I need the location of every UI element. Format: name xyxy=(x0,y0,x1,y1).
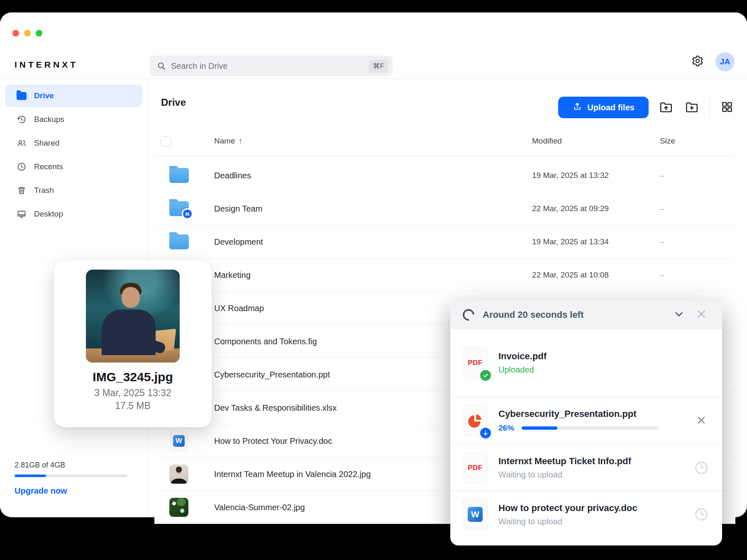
preview-size: 17.5 MB xyxy=(54,400,212,411)
sidebar-item-shared[interactable]: Shared xyxy=(5,132,142,154)
upload-item-meetup-ticket: PDF Internxt Meetup Ticket Info.pdf Wait… xyxy=(450,445,722,491)
pdf-file-icon: PDF xyxy=(463,348,488,378)
upload-item-privacy-doc: W How to protect your privacy.doc Waitin… xyxy=(450,491,722,538)
storage-widget: 2.81GB of 4GB Upgrade now xyxy=(15,461,133,496)
column-header-name[interactable]: Name↑ xyxy=(214,136,242,146)
sidebar-item-recents[interactable]: Recents xyxy=(5,156,142,178)
column-header-modified: Modified xyxy=(532,136,562,146)
sidebar-item-drive[interactable]: Drive xyxy=(5,85,142,107)
storage-progress-track xyxy=(15,475,127,477)
select-all-checkbox[interactable] xyxy=(160,136,171,147)
upload-progress-panel: Around 20 seconds left PDF xyxy=(450,301,722,545)
user-avatar[interactable]: JA xyxy=(715,52,735,71)
folder-upload-icon xyxy=(659,100,673,115)
word-file-icon: W xyxy=(463,499,488,530)
spinner-icon xyxy=(460,307,476,323)
upload-progress-track xyxy=(522,426,659,430)
table-row-deadlines[interactable]: Deadlines 19 Mar, 2025 at 13:32 – xyxy=(154,159,735,192)
sidebar-item-backups[interactable]: Backups xyxy=(5,108,142,131)
settings-button[interactable] xyxy=(691,55,705,69)
drive-folder-icon xyxy=(17,91,27,101)
chevron-down-icon xyxy=(673,308,685,321)
gear-icon xyxy=(691,55,704,69)
waiting-clock-icon xyxy=(693,506,710,523)
upload-folder-button[interactable] xyxy=(658,99,674,116)
upload-status-label: Waiting to upload xyxy=(498,470,689,480)
storage-usage-label: 2.81GB of 4GB xyxy=(15,461,133,470)
upgrade-now-link[interactable]: Upgrade now xyxy=(15,486,133,496)
preview-photo xyxy=(86,270,180,363)
maximize-window-button[interactable] xyxy=(36,30,42,37)
grid-view-icon xyxy=(720,100,734,115)
app-window: INTERNXT Search in Drive ⌘F JA xyxy=(0,12,747,517)
history-icon xyxy=(17,114,27,124)
photo-thumbnail xyxy=(169,498,188,517)
search-input[interactable]: Search in Drive ⌘F xyxy=(149,56,393,76)
search-icon xyxy=(157,61,166,71)
storage-progress-fill xyxy=(15,475,46,477)
preview-filename: IMG_3245.jpg xyxy=(54,370,212,384)
search-shortcut-badge: ⌘F xyxy=(369,59,388,73)
upload-status-label: Uploaded xyxy=(498,365,710,375)
upload-progress-percent: 26% xyxy=(498,424,514,433)
ppt-file-icon xyxy=(463,405,488,436)
upload-item-cybersecurity: Cybersecurity_Presentation.ppt 26% xyxy=(450,397,722,445)
pdf-file-icon: PDF xyxy=(463,453,488,483)
close-window-button[interactable] xyxy=(12,30,19,37)
waiting-clock-icon xyxy=(693,460,710,476)
folder-plus-icon xyxy=(685,100,699,115)
shared-users-badge-icon xyxy=(182,208,193,219)
upload-time-remaining: Around 20 seconds left xyxy=(483,309,665,320)
table-header: Name↑ Modified Size xyxy=(154,129,735,155)
upload-files-button[interactable]: Upload files xyxy=(558,97,649,118)
shared-folder-icon xyxy=(169,201,189,216)
page-title: Drive xyxy=(161,97,186,108)
table-header-divider xyxy=(154,156,735,156)
sidebar-item-trash[interactable]: Trash xyxy=(5,179,142,202)
table-row-design-team[interactable]: Design Team 22 Mar, 2025 at 09:29 – xyxy=(154,192,735,225)
uploaded-check-icon xyxy=(479,369,492,382)
desktop-background: INTERNXT Search in Drive ⌘F JA xyxy=(0,0,747,560)
sidebar-item-desktop[interactable]: Desktop xyxy=(5,203,142,225)
grid-view-button[interactable] xyxy=(719,99,735,116)
uploading-arrow-icon xyxy=(479,426,492,440)
top-bar: INTERNXT Search in Drive ⌘F JA xyxy=(0,12,747,79)
folder-icon xyxy=(169,234,189,249)
trash-icon xyxy=(17,185,27,195)
clock-icon xyxy=(17,162,27,172)
toolbar-divider xyxy=(709,98,710,117)
upload-panel-header: Around 20 seconds left xyxy=(450,301,722,329)
word-file-icon: W xyxy=(170,431,188,451)
upload-icon xyxy=(572,102,582,114)
column-header-size: Size xyxy=(660,136,675,146)
internxt-logo: INTERNXT xyxy=(15,60,78,70)
folder-icon xyxy=(169,168,189,183)
preview-date: 3 Mar, 2025 13:32 xyxy=(54,387,212,399)
cancel-upload-button[interactable] xyxy=(693,412,710,429)
upload-status-label: Waiting to upload xyxy=(498,517,689,526)
table-row-development[interactable]: Development 19 Mar, 2025 at 13:34 – xyxy=(154,225,735,258)
close-panel-button[interactable] xyxy=(693,307,710,323)
close-icon xyxy=(696,414,707,427)
photo-thumbnail xyxy=(169,465,188,484)
toolbar: Upload files xyxy=(558,97,735,118)
search-placeholder: Search in Drive xyxy=(171,61,369,71)
collapse-panel-button[interactable] xyxy=(671,307,687,323)
file-preview-card: IMG_3245.jpg 3 Mar, 2025 13:32 17.5 MB xyxy=(54,261,212,427)
monitor-icon xyxy=(17,209,27,219)
minimize-window-button[interactable] xyxy=(24,30,31,37)
people-icon xyxy=(17,138,27,148)
close-icon xyxy=(695,308,708,321)
sort-ascending-icon: ↑ xyxy=(239,136,243,145)
new-folder-button[interactable] xyxy=(684,99,700,116)
upload-item-invoice: PDF Invoice.pdf Uploaded xyxy=(450,329,722,397)
table-row-marketing[interactable]: Marketing 22 Mar, 2025 at 10:08 – xyxy=(154,258,735,292)
upload-progress-fill xyxy=(522,426,557,430)
